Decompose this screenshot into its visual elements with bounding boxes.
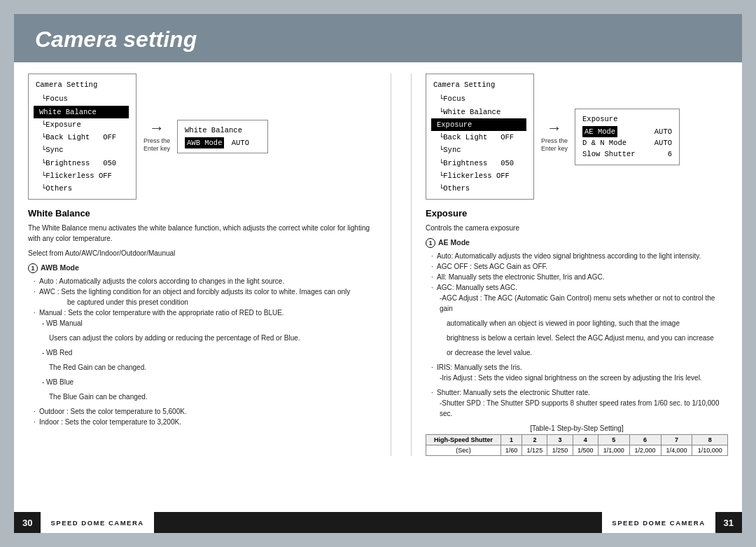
awb-subsection: 1 AWB Mode Auto : Automatically adjusts … — [28, 263, 371, 427]
awb-bullet-outdoor: Outdoor : Sets the color temperature to … — [35, 406, 371, 417]
awb-circle: 1 — [28, 263, 38, 273]
menu-title-left: Camera Setting — [36, 78, 129, 91]
table-header-2: 2 — [522, 435, 547, 445]
ae-circle: 1 — [426, 238, 435, 248]
iris-adjust-label: -Iris Adjust : Sets the video signal bri… — [426, 373, 728, 383]
menu-flickerless-left: └Flickerless OFF — [36, 169, 129, 182]
ae-bullet-auto: Auto: Automatically adjusts the video si… — [433, 251, 728, 261]
press-enter-text-left: Press theEnter key — [144, 137, 170, 153]
table-header-1: 1 — [500, 435, 522, 445]
menu-wb-left: White Balance — [34, 106, 129, 118]
menu-flickerless-right: └Flickerless OFF — [433, 169, 526, 182]
footer-right: SPEED DOME CAMERA 31 — [602, 512, 742, 533]
right-column: Camera Setting └Focus └White Balance Exp… — [411, 74, 728, 456]
menu-sync-right: └Sync — [433, 144, 526, 156]
menu-exposure-right: Exposure — [431, 118, 526, 131]
agc-adjust-desc1: automatically when an object is viewed i… — [426, 318, 728, 328]
ae-mode-value: AUTO — [645, 126, 672, 137]
arrow-right: → Press theEnter key — [541, 120, 568, 153]
footer-label-right: SPEED DOME CAMERA — [602, 512, 715, 533]
arrow-icon-right: → — [547, 120, 562, 136]
wb-awb-row: AWB Mode AUTO — [185, 137, 260, 148]
ae-subsection-title: 1 AE Mode — [426, 237, 728, 249]
camera-setting-menu-left: Camera Setting └Focus White Balance └Exp… — [28, 74, 136, 200]
ae-bullet-shutter: Shutter: Manually sets the electronic Sh… — [426, 387, 728, 398]
ae-subsection: 1 AE Mode Auto: Automatically adjusts th… — [426, 237, 728, 419]
press-enter-text-right: Press theEnter key — [541, 137, 568, 153]
ae-bullet-iris: IRIS: Manually sets the Iris. — [426, 362, 728, 373]
menu-focus-right: └Focus — [433, 92, 526, 105]
camera-setting-menu-right: Camera Setting └Focus └White Balance Exp… — [426, 74, 534, 200]
table-val-2: 1/125 — [522, 445, 547, 456]
ae-bullet-shutter-item: Shutter: Manually sets the electronic Sh… — [433, 387, 728, 398]
wb-manual-label: - WB Manual — [28, 318, 371, 328]
table-header-4: 4 — [573, 435, 598, 445]
exp-description: Controls the camera exposure — [426, 223, 728, 233]
menu-backlight-right: └Back Light OFF — [433, 131, 526, 144]
menu-title-right: Camera Setting — [433, 78, 526, 91]
dn-mode-row: D & N Mode AUTO — [582, 137, 672, 148]
table-val-1: 1/60 — [500, 445, 522, 456]
exp-diagram-row: Camera Setting └Focus └White Balance Exp… — [426, 74, 728, 200]
menu-backlight-left: └Back Light OFF — [36, 131, 129, 144]
agc-adjust-desc2: brightness is below a certain level. Sel… — [426, 333, 728, 343]
awb-extra-bullets: Outdoor : Sets the color temperature to … — [28, 406, 371, 427]
table-row: (Sec) 1/60 1/125 1/250 1/500 1/1,000 1/2… — [426, 445, 728, 456]
ae-mode-row: AE Mode AUTO — [582, 126, 672, 137]
table-val-6: 1/2,000 — [629, 445, 661, 456]
footer-page-num-left: 30 — [14, 518, 41, 528]
ss-label: Slow Shutter — [582, 148, 636, 160]
footer-label-left: SPEED DOME CAMERA — [41, 512, 153, 533]
table-sec-label: (Sec) — [426, 445, 501, 456]
shutter-spd-label: -Shutter SPD : The Shutter SPD supports … — [426, 398, 728, 419]
wb-description: The White Balance menu activates the whi… — [28, 223, 371, 244]
wb-blue-label: - WB Blue — [28, 377, 371, 387]
table-val-8: 1/10,000 — [692, 445, 728, 456]
page: Camera setting Camera Setting └Focus Whi… — [14, 14, 742, 533]
ae-bullet-iris-item: IRIS: Manually sets the Iris. — [433, 362, 728, 373]
menu-exposure-left: └Exposure — [36, 118, 129, 131]
footer: 30 SPEED DOME CAMERA SPEED DOME CAMERA 3… — [14, 512, 742, 533]
wb-select-text: Select from Auto/AWC/Indoor/Outdoor/Maun… — [28, 248, 371, 258]
left-column: Camera Setting └Focus White Balance └Exp… — [28, 74, 371, 456]
dn-mode-key: D & N Mode — [582, 137, 626, 148]
wb-submenu-title: White Balance — [185, 125, 260, 136]
awb-title-text: AWB Mode — [41, 263, 79, 274]
menu-wb-right: └White Balance — [433, 106, 526, 118]
table-header-8: 8 — [692, 435, 728, 445]
wb-manual-desc: Users can adjust the colors by adding or… — [28, 333, 371, 343]
table-val-4: 1/500 — [573, 445, 598, 456]
menu-others-left: └Others — [36, 182, 129, 195]
menu-others-right: └Others — [433, 182, 526, 195]
page-title: Camera setting — [35, 27, 721, 53]
wb-blue-desc: The Blue Gain can be changed. — [28, 392, 371, 402]
main-content: Camera Setting └Focus White Balance └Exp… — [14, 62, 742, 463]
awb-mode-key: AWB Mode — [185, 137, 224, 148]
menu-brightness-right: └Brightness 050 — [433, 157, 526, 169]
ss-value: 6 — [663, 148, 672, 160]
wb-red-label: - WB Red — [28, 347, 371, 358]
arrow-icon-left: → — [149, 120, 164, 136]
menu-brightness-left: └Brightness 050 — [36, 157, 129, 169]
dn-mode-value: AUTO — [650, 137, 673, 148]
wb-submenu: White Balance AWB Mode AUTO — [177, 120, 268, 154]
wb-section-title: White Balance — [28, 208, 371, 219]
table-val-7: 1/4,000 — [661, 445, 692, 456]
footer-page-num-right: 31 — [715, 518, 742, 528]
table-header-label: High-Speed Shutter — [426, 435, 501, 445]
menu-focus-left: └Focus — [36, 92, 129, 105]
exp-section-title: Exposure — [426, 208, 728, 219]
awb-bullet-indoor: Indoor : Sets the color temperature to 3… — [35, 417, 371, 427]
ae-bullet-list: Auto: Automatically adjusts the video si… — [426, 251, 728, 293]
exposure-submenu: Exposure AE Mode AUTO D & N Mode AUTO Sl… — [575, 109, 680, 165]
agc-adjust-desc3: or decrease the level value. — [426, 347, 728, 358]
table-header-5: 5 — [598, 435, 629, 445]
table-header-6: 6 — [629, 435, 661, 445]
footer-left: 30 SPEED DOME CAMERA — [14, 512, 154, 533]
awb-bullet-auto: Auto : Automatically adjusts the colors … — [35, 276, 371, 286]
ae-mode-key: AE Mode — [582, 126, 617, 137]
vertical-divider — [391, 74, 391, 456]
agc-adjust-label: -AGC Adjust : The AGC (Automatic Gain Co… — [426, 293, 728, 314]
ae-bullet-all: All: Manually sets the electronic Shutte… — [433, 272, 728, 282]
shutter-table: High-Speed Shutter 1 2 3 4 5 6 7 8 — [426, 434, 728, 456]
